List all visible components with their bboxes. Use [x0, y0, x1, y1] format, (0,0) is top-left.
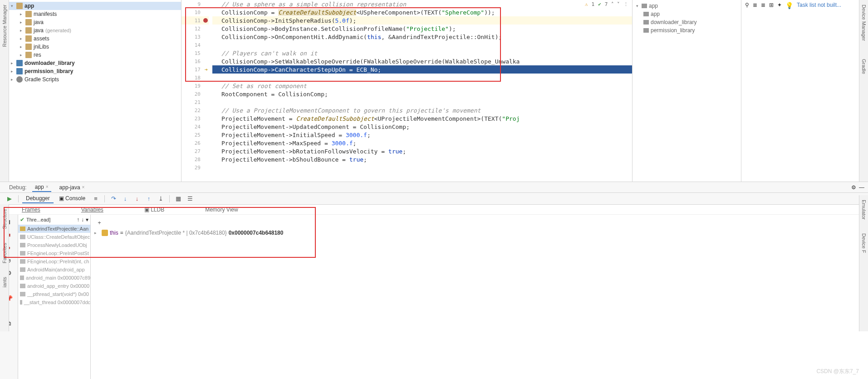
code-line-13[interactable]: CollisionComp->OnComponentHit.AddDynamic… [212, 33, 632, 41]
frames-sub-tab[interactable]: Frames [22, 207, 40, 213]
tree-item-jniLibs[interactable]: ▸jniLibs [9, 43, 181, 51]
gear-icon[interactable]: ⚙ [851, 184, 856, 191]
close-icon[interactable]: × [82, 185, 85, 190]
memory-sub-tab[interactable]: Memory View [205, 207, 238, 213]
gutter-line-18[interactable]: 18 [181, 74, 209, 82]
struct-item-downloader_library[interactable]: downloader_library [634, 18, 739, 26]
thread-selector[interactable]: Thre...ead] [26, 217, 75, 222]
step-out-button[interactable]: ↑ [144, 194, 154, 204]
tool-icon-3[interactable]: ≣ [761, 2, 765, 8]
frame-row[interactable]: FEngineLoop::PreInitPostSt [18, 249, 90, 257]
variants-tab[interactable]: iants [2, 277, 7, 287]
tree-item-java[interactable]: ▸java(generated) [9, 26, 181, 34]
force-step-into-button[interactable]: ↓ [132, 194, 142, 204]
up-arrow-icon[interactable]: ↑ [77, 217, 79, 223]
emulator-tab[interactable]: Emulator [861, 200, 867, 220]
favorites-tab[interactable]: Favorites [2, 243, 7, 263]
gutter-line-25[interactable]: 25 [181, 131, 209, 139]
gutter-line-26[interactable]: 26 [181, 139, 209, 147]
tree-item-assets[interactable]: ▸assets [9, 34, 181, 43]
frame-row[interactable]: AndroidMain(android_app [18, 266, 90, 274]
gutter-line-24[interactable]: 24 [181, 123, 209, 131]
code-line-14[interactable] [212, 41, 632, 49]
gutter-line-28[interactable]: 28 [181, 155, 209, 163]
tool-icon-4[interactable]: ⊞ [769, 2, 774, 8]
gutter-line-13[interactable]: 13 [181, 33, 209, 41]
editor-gutter[interactable]: 91011121314151617➔1819202122232425262728… [181, 0, 209, 172]
device-file-tab[interactable]: Device F [861, 233, 867, 253]
code-line-27[interactable]: ProjectileMovement->bRotationFollowsVelo… [212, 147, 632, 155]
lldb-sub-tab[interactable]: ▣ LLDB [144, 207, 164, 213]
code-line-28[interactable]: ProjectileMovement->bShouldBounce = true… [212, 155, 632, 163]
code-line-21[interactable] [212, 98, 632, 106]
add-watch-button[interactable]: + [94, 217, 104, 227]
tree-module-downloader_library[interactable]: ▸downloader_library [9, 59, 181, 67]
frame-row[interactable]: FEngineLoop::PreInit(int, ch [18, 257, 90, 266]
frame-row[interactable]: __pthread_start(void*) 0x00 [18, 290, 90, 298]
code-line-29[interactable] [212, 163, 632, 172]
code-line-18[interactable] [212, 74, 632, 82]
gutter-line-10[interactable]: 10 [181, 8, 209, 16]
code-line-20[interactable]: RootComponent = CollisionComp; [212, 90, 632, 98]
tree-root-app[interactable]: ▾ app [9, 2, 181, 10]
resource-manager-tab[interactable]: Resource Manager [2, 5, 7, 47]
code-line-24[interactable]: ProjectileMovement->UpdatedComponent = C… [212, 123, 632, 131]
dropdown-icon[interactable]: ▾ [86, 217, 88, 223]
resume-button[interactable]: ▶ [5, 194, 15, 204]
struct-root[interactable]: ▾ app [634, 2, 739, 10]
device-manager-tab[interactable]: Device Manager [861, 5, 867, 41]
code-editor[interactable]: ⚠1 ✔7 ˄ ˅ ⋮ 91011121314151617➔1819202122… [181, 0, 632, 182]
code-line-26[interactable]: ProjectileMovement->MaxSpeed = 3000.f; [212, 139, 632, 147]
gutter-line-21[interactable]: 21 [181, 98, 209, 106]
code-line-17[interactable]: CollisionComp->CanCharacterStepUpOn = EC… [212, 65, 632, 74]
gutter-line-15[interactable]: 15 [181, 49, 209, 57]
tree-item-java[interactable]: ▸java [9, 18, 181, 26]
code-line-11[interactable]: CollisionComp->InitSphereRadius(5.0f); [212, 16, 632, 25]
gutter-line-16[interactable]: 16 [181, 57, 209, 65]
gradle-tab[interactable]: Gradle [861, 59, 867, 74]
console-tab[interactable]: ▣ Console [55, 194, 89, 203]
tree-item-manifests[interactable]: ▸manifests [9, 10, 181, 18]
gutter-line-12[interactable]: 12 [181, 25, 209, 33]
debug-tab-app[interactable]: app × [32, 183, 51, 192]
gutter-line-17[interactable]: 17➔ [181, 65, 209, 74]
threads-icon[interactable]: ≡ [91, 194, 101, 204]
task-list-link[interactable]: Task list not built... [797, 2, 841, 8]
minimize-icon[interactable]: — [859, 184, 864, 191]
step-over-button[interactable]: ↷ [108, 194, 118, 204]
variables-sub-tab[interactable]: Variables [81, 207, 103, 213]
tree-module-permission_library[interactable]: ▸permission_library [9, 67, 181, 75]
debugger-tab[interactable]: Debugger [22, 194, 54, 203]
tool-icon-2[interactable]: ≣ [753, 2, 757, 8]
code-line-22[interactable]: // Use a ProjectileMovementComponent to … [212, 106, 632, 114]
frame-row[interactable]: UClass::CreateDefaultObjec [18, 233, 90, 241]
tool-icon-1[interactable]: ⚲ [745, 2, 749, 8]
bulb-icon[interactable]: 💡 [785, 2, 793, 9]
debug-tab-app-java[interactable]: app-java × [57, 183, 88, 192]
frame-row[interactable]: __start_thread 0x0000007ddc [18, 298, 90, 306]
code-line-25[interactable]: ProjectileMovement->InitialSpeed = 3000.… [212, 131, 632, 139]
tree-item-res[interactable]: ▸res [9, 51, 181, 59]
struct-item-app[interactable]: app [634, 10, 739, 18]
structure-tab[interactable]: Structure [2, 209, 7, 229]
frame-row[interactable]: AandrindTextProjectile::Aan [18, 225, 90, 233]
close-icon[interactable]: × [46, 184, 49, 189]
code-line-23[interactable]: ProjectileMovement = CreateDefaultSubobj… [212, 114, 632, 123]
variable-this[interactable]: ▸ this = {AandrindTextProjectile * | 0x7… [93, 228, 866, 237]
more-icon[interactable]: ⋮ [623, 1, 628, 7]
frame-row[interactable]: android_app_entry 0x00000 [18, 282, 90, 290]
code-line-15[interactable]: // Players can't walk on it [212, 49, 632, 57]
code-line-10[interactable]: CollisionComp = CreateDefaultSubobject<U… [212, 8, 632, 16]
gutter-line-9[interactable]: 9 [181, 0, 209, 8]
step-into-button[interactable]: ↓ [120, 194, 130, 204]
code-line-19[interactable]: // Set as root component [212, 82, 632, 90]
gutter-line-11[interactable]: 11 [181, 16, 209, 25]
gutter-line-20[interactable]: 20 [181, 90, 209, 98]
evaluate-button[interactable]: ▦ [173, 194, 183, 204]
gutter-line-27[interactable]: 27 [181, 147, 209, 155]
gutter-line-29[interactable]: 29 [181, 163, 209, 172]
tool-icon-5[interactable]: ✦ [777, 2, 782, 8]
run-to-cursor-button[interactable]: ⤓ [156, 194, 166, 204]
gutter-line-14[interactable]: 14 [181, 41, 209, 49]
code-line-12[interactable]: CollisionComp->BodyInstance.SetCollision… [212, 25, 632, 33]
